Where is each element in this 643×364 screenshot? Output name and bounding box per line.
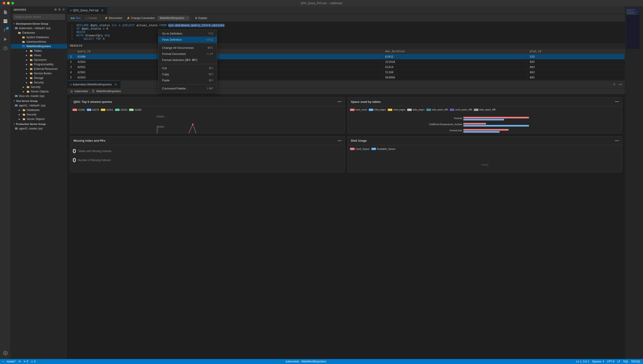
dev-server-group-header[interactable]: ▼ Development Server Group: [11, 21, 67, 26]
maximize-button[interactable]: [11, 2, 14, 4]
tree-service-broker[interactable]: ▸ Service Broker: [11, 71, 67, 76]
tree-security-server[interactable]: ▸ Security: [11, 85, 67, 89]
cell-max-duration: 51169: [382, 70, 527, 75]
table-row[interactable]: 3 42561 2017-10-12 03:... 61414 663: [67, 64, 625, 70]
tab-close-button[interactable]: ✕: [101, 8, 104, 12]
errors-indicator[interactable]: ✕ 0: [24, 360, 28, 363]
results-scroll[interactable]: query_id last_execution_... max_duration…: [67, 48, 625, 80]
svg-rect-15: [15, 104, 18, 105]
context-menu-cut[interactable]: Cut ⌘X: [159, 65, 217, 71]
explain-icon: ⚙: [195, 16, 197, 20]
more-icon[interactable]: •••: [618, 82, 623, 87]
context-menu-format-selection[interactable]: Format Selection [⌘K ⌘F]: [159, 57, 217, 63]
context-menu-separator-2: [159, 64, 217, 64]
run-button[interactable]: ▶ ▶ Run: [69, 16, 83, 20]
legend-total-pages: total_pages: [369, 108, 386, 111]
row-num: 3: [67, 64, 75, 70]
results-header: RESULTS: [67, 43, 625, 48]
svg-rect-10: [15, 27, 18, 28]
language-indicator[interactable]: SQL: [623, 360, 628, 363]
table-row[interactable]: 2 42563 2017-10-12 03:... 221918 665: [67, 60, 625, 64]
sync-icon[interactable]: ⟳: [19, 360, 21, 363]
activity-settings-icon[interactable]: [1, 349, 10, 357]
tree-agent1-server-objects[interactable]: ▸ Server Objects: [11, 117, 67, 121]
tree-tables[interactable]: ▸ Tables: [11, 48, 67, 53]
context-menu-change-occurrences[interactable]: Change All Occurrences ⌘F2: [159, 45, 217, 51]
spaces-indicator[interactable]: Spaces: 4: [592, 360, 604, 363]
line-ending-indicator[interactable]: LF: [617, 360, 620, 363]
context-menu-goto-definition[interactable]: Go to Definition F12: [159, 30, 217, 36]
change-connection-button[interactable]: ⚡ Change Connection: [125, 16, 157, 20]
tree-programmability[interactable]: ▸ Programmability: [11, 62, 67, 67]
refresh-icon[interactable]: ↺: [611, 82, 617, 87]
tree-agent1[interactable]: agent1, <default> (sa): [11, 103, 67, 108]
table-row[interactable]: 1 41996 2017-10-11 10:... 61931 525: [67, 54, 625, 60]
tree-security-db[interactable]: ▸ Security: [11, 80, 67, 85]
tab-qds-query-perf[interactable]: ≡ QDS_Query_Perf.sql ✕: [67, 6, 107, 14]
qds-menu-icon[interactable]: •••: [338, 100, 341, 104]
minimize-button[interactable]: [7, 2, 10, 4]
bottom-tab-close[interactable]: ✕: [114, 83, 118, 86]
ext-folder-icon: [30, 67, 33, 71]
table-row[interactable]: 5 42563 2017-10-12 03:... 563056 665: [67, 75, 625, 80]
context-menu-format-document[interactable]: Format Document ⌥⇧F: [159, 51, 217, 57]
context-menu-command-palette[interactable]: Command Palette... ⇧⌘P: [159, 86, 217, 92]
context-menu-paste[interactable]: Paste ⌘V: [159, 77, 217, 83]
activity-debug-icon[interactable]: [1, 35, 10, 44]
disk-usage-menu[interactable]: •••: [615, 139, 619, 143]
tree-synonyms[interactable]: ▸ Synonyms: [11, 58, 67, 62]
tree-wideworldimporters[interactable]: WideWorldImporters: [11, 44, 67, 48]
activity-servers-icon[interactable]: [1, 17, 10, 25]
sidebar-refresh-icon[interactable]: ↺: [63, 8, 65, 11]
explain-button[interactable]: ⚙ Explain: [193, 16, 209, 20]
database-selector[interactable]: WideWorldImporters: [158, 16, 189, 20]
sidebar-add-server-icon[interactable]: ⊞: [55, 8, 57, 11]
bottom-tab-icon: ≡: [70, 83, 72, 86]
qds-body: 41996 42076 42401 42563 42580 600000 400…: [70, 106, 345, 134]
sidebar-collapse-icon[interactable]: ⊟: [58, 8, 61, 11]
tree-adventureworks[interactable]: AdventureWorks: [11, 40, 67, 44]
tree-agent2[interactable]: agent2, master (sa): [11, 126, 67, 131]
activity-history-icon[interactable]: [1, 44, 10, 52]
tree-views[interactable]: ▸ Views: [11, 53, 67, 58]
tree-agent1-security[interactable]: ▸ Security: [11, 112, 67, 117]
warnings-indicator[interactable]: ⚠ 0: [31, 360, 36, 363]
server-kubernetes[interactable]: kubernetes, <default> (sa): [11, 26, 67, 30]
search-server-input[interactable]: [13, 14, 65, 20]
tree-server-objects[interactable]: ▸ Server Objects: [11, 89, 67, 94]
activity-files-icon[interactable]: [1, 8, 10, 16]
legend-data-space: data_space_MB: [474, 108, 496, 111]
dialect-indicator[interactable]: MSSQL: [631, 360, 641, 363]
encoding-indicator[interactable]: UTF-8: [607, 360, 614, 363]
missing-index-menu[interactable]: •••: [338, 139, 341, 143]
row-num: 1: [67, 54, 75, 60]
space-menu-icon[interactable]: •••: [615, 100, 619, 104]
cancel-button[interactable]: ◻ Cancel: [84, 16, 99, 20]
tree-linux-vm[interactable]: linux-vm, master (sa): [11, 94, 67, 98]
results-body: 1 41996 2017-10-11 10:... 61931 525 2 42…: [67, 54, 625, 80]
tab-bar: ≡ QDS_Query_Perf.sql ✕: [67, 6, 625, 14]
table-row[interactable]: 4 42561 2017-10-12 03:... 51169 663: [67, 70, 625, 75]
tree-databases[interactable]: Databases: [11, 30, 67, 35]
test-server-group-header[interactable]: ▼ Test Server Group: [11, 98, 67, 103]
branch-icon[interactable]: ⑂: [2, 360, 4, 363]
tree-system-databases[interactable]: System Databases: [11, 35, 67, 40]
tree-agent1-databases[interactable]: ▸ Databases: [11, 108, 67, 112]
tree-storage[interactable]: ▸ Storage: [11, 76, 67, 80]
col-plan-id[interactable]: plan_id: [527, 48, 625, 54]
context-menu-peek-definition[interactable]: Peek Definition ⌥F12: [159, 36, 217, 43]
context-menu-copy[interactable]: Copy ⌘C: [159, 71, 217, 77]
folder-icon: [22, 36, 25, 39]
activity-source-control-icon[interactable]: 1: [1, 26, 10, 34]
col-max-duration[interactable]: max_duration: [382, 48, 527, 54]
code-editor[interactable]: 1 DECLARE @qds_status int = (SELECT actu…: [67, 22, 625, 43]
tab-kubernetes-wwi[interactable]: ≡ kubernetes:WideWorldImporters ✕: [67, 80, 121, 88]
disk-chart-svg: (chart): [350, 152, 620, 172]
close-button[interactable]: [3, 2, 6, 4]
disconnect-button[interactable]: ⚡ Disconnect: [103, 16, 124, 20]
svg-text:Invoices: Invoices: [454, 117, 462, 120]
missing-index-title: Missing index and PKs: [74, 139, 106, 142]
server-bc-icon: 🖥: [70, 90, 73, 93]
tree-external-resources[interactable]: ▸ External Resources: [11, 67, 67, 71]
prod-server-group-header[interactable]: ▼ Production Server Group: [11, 121, 67, 126]
